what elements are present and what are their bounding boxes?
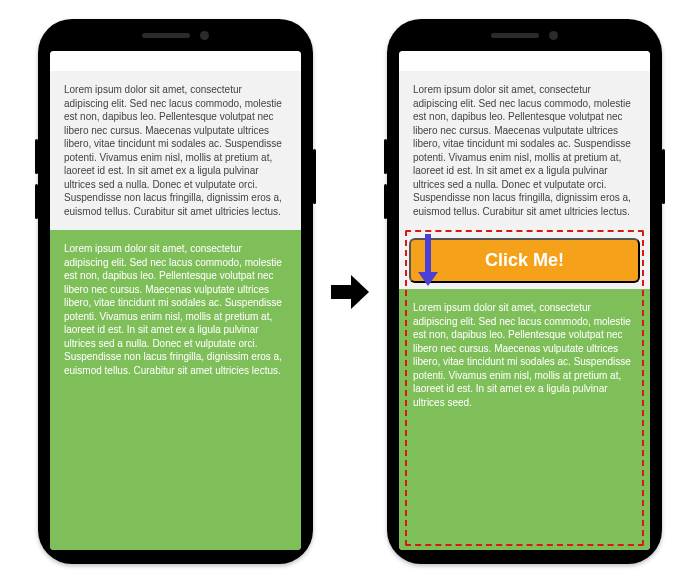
phone-after: Lorem ipsum dolor sit amet, consectetur …	[387, 19, 662, 564]
phone-before: Lorem ipsum dolor sit amet, consectetur …	[38, 19, 313, 564]
paragraph-bottom-green-shifted: Lorem ipsum dolor sit amet, consectetur …	[399, 289, 650, 550]
phone-notch	[387, 19, 662, 51]
status-bar	[50, 51, 301, 71]
paragraph-bottom-green: Lorem ipsum dolor sit amet, consectetur …	[50, 230, 301, 550]
status-bar	[399, 51, 650, 71]
phone-notch	[38, 19, 313, 51]
transition-arrow-icon	[331, 273, 369, 311]
screen-after: Lorem ipsum dolor sit amet, consectetur …	[399, 51, 650, 550]
click-me-banner-button[interactable]: Click Me!	[409, 238, 640, 283]
screen-before: Lorem ipsum dolor sit amet, consectetur …	[50, 51, 301, 550]
paragraph-top: Lorem ipsum dolor sit amet, consectetur …	[50, 71, 301, 230]
paragraph-top: Lorem ipsum dolor sit amet, consectetur …	[399, 71, 650, 230]
